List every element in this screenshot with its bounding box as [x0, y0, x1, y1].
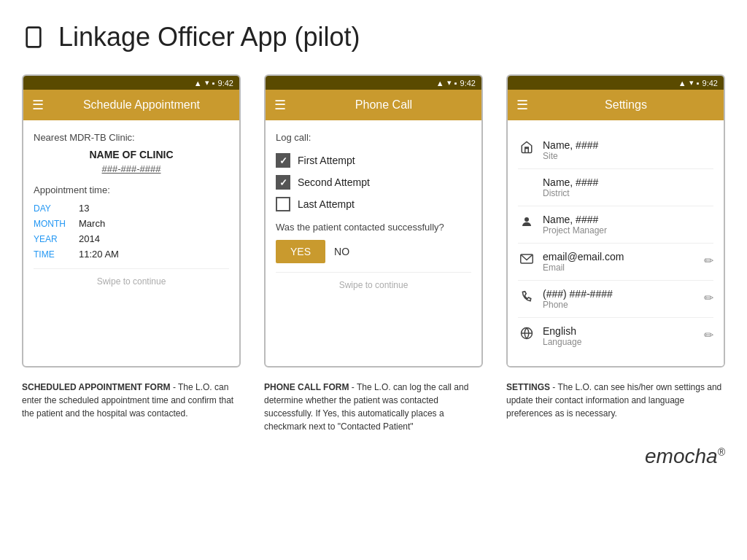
hamburger-icon-2[interactable]: ☰ [274, 97, 286, 113]
checkbox-second-attempt-label: Second Attempt [298, 176, 370, 188]
appt-month-value: March [79, 218, 105, 229]
settings-row-language: English Language ✏ [518, 318, 713, 354]
settings-language-label: Language [543, 337, 697, 347]
checkbox-second-attempt[interactable]: Second Attempt [276, 175, 471, 190]
screens-row: ▲ ▾ ▪ 9:42 ☰ Schedule Appointment Neares… [22, 74, 725, 368]
wifi-icon-2: ▾ [447, 78, 452, 88]
appt-time-label: TIME [34, 249, 70, 260]
signal-icon-2: ▲ [436, 79, 444, 88]
checkbox-last-attempt[interactable]: Last Attempt [276, 197, 471, 211]
svg-rect-0 [27, 28, 41, 47]
settings-pm-label: Project Manager [543, 225, 713, 236]
log-call-label: Log call: [276, 132, 471, 143]
settings-screen: ▲ ▾ ▪ 9:42 ☰ Settings [506, 74, 725, 368]
wifi-icon-3: ▾ [689, 78, 694, 88]
phone-call-screen: ▲ ▾ ▪ 9:42 ☰ Phone Call Log call: First … [264, 74, 483, 368]
settings-district-text: Name, #### District [543, 176, 713, 198]
battery-icon-3: ▪ [697, 79, 700, 88]
settings-district-value: Name, #### [543, 176, 713, 188]
clinic-phone: ###-###-#### [34, 163, 229, 174]
globe-icon [518, 327, 535, 343]
signal-icon: ▲ [194, 79, 202, 88]
edit-phone-icon[interactable]: ✏ [704, 291, 713, 305]
swipe-hint-1[interactable]: Swipe to continue [34, 268, 229, 289]
hamburger-icon-1[interactable]: ☰ [32, 97, 44, 113]
appt-year-label: YEAR [34, 234, 70, 244]
checkbox-first-attempt-label: First Attempt [298, 155, 355, 166]
settings-row-pm: Name, #### Project Manager [518, 206, 713, 244]
settings-language-text: English Language [543, 325, 697, 347]
appt-row-day: DAY 13 [34, 203, 229, 214]
appt-label: Appointment time: [34, 184, 229, 195]
settings-site-label: Site [543, 151, 713, 161]
emocha-logo: emocha® [645, 445, 725, 467]
appt-row-time: TIME 11:20 AM [34, 249, 229, 260]
time-1: 9:42 [218, 79, 233, 88]
phone-mockup-1: ▲ ▾ ▪ 9:42 ☰ Schedule Appointment Neares… [22, 74, 241, 368]
checkbox-last-attempt-box[interactable] [276, 197, 290, 211]
clinic-label: Nearest MDR-TB Clinic: [34, 132, 229, 143]
settings-row-site: Name, #### Site [518, 132, 713, 169]
contact-question: Was the patient contacted successfully? [276, 222, 471, 233]
edit-email-icon[interactable]: ✏ [704, 254, 713, 268]
desc-phonecall-title: PHONE CALL FORM [264, 382, 349, 392]
phone-icon [518, 289, 535, 306]
hamburger-icon-3[interactable]: ☰ [516, 97, 528, 113]
svg-rect-2 [525, 147, 529, 149]
checkbox-second-attempt-box[interactable] [276, 175, 290, 190]
settings-phone-label: Phone [543, 300, 697, 310]
schedule-content: Nearest MDR-TB Clinic: NAME OF CLINIC ##… [23, 120, 239, 301]
settings-pm-text: Name, #### Project Manager [543, 214, 713, 236]
appt-row-month: MONTH March [34, 218, 229, 229]
appt-row-year: YEAR 2014 [34, 233, 229, 244]
battery-icon: ▪ [212, 79, 215, 88]
settings-row-district: Name, #### District [518, 169, 713, 206]
desc-schedule: SCHEDULED APPOINTMENT FORM - The L.O. ca… [22, 381, 241, 433]
status-bar-2: ▲ ▾ ▪ 9:42 [266, 76, 481, 90]
time-3: 9:42 [703, 79, 718, 88]
page-header: Linkage Officer App (pilot) [22, 22, 725, 52]
emocha-trademark: ® [718, 446, 725, 458]
settings-language-value: English [543, 325, 697, 337]
app-bar-2: ☰ Phone Call [266, 90, 481, 120]
desc-settings-title: SETTINGS [506, 382, 550, 392]
settings-phone-text: (###) ###-#### Phone [543, 288, 697, 310]
phone-mockup-3: ▲ ▾ ▪ 9:42 ☰ Settings [506, 74, 725, 368]
app-bar-title-2: Phone Call [295, 98, 473, 112]
app-bar-title-1: Schedule Appointment [53, 98, 231, 112]
checkbox-first-attempt-box[interactable] [276, 153, 290, 168]
settings-content: Name, #### Site Name, #### District [508, 120, 724, 366]
edit-language-icon[interactable]: ✏ [704, 328, 713, 342]
settings-row-phone: (###) ###-#### Phone ✏ [518, 281, 713, 318]
signal-icon-3: ▲ [678, 79, 686, 88]
appt-month-label: MONTH [34, 219, 70, 229]
settings-row-email: email@email.com Email ✏ [518, 244, 713, 281]
settings-site-value: Name, #### [543, 139, 713, 151]
yes-button[interactable]: YES [276, 240, 325, 263]
no-button[interactable]: NO [334, 246, 349, 257]
settings-email-label: Email [543, 262, 697, 273]
desc-schedule-title: SCHEDULED APPOINTMENT FORM [22, 382, 171, 392]
checkbox-last-attempt-label: Last Attempt [298, 198, 355, 210]
desc-phonecall: PHONE CALL FORM - The L.O. can log the c… [264, 381, 483, 433]
swipe-hint-2[interactable]: Swipe to continue [276, 272, 471, 293]
emocha-name: emocha [645, 445, 718, 467]
yes-no-row: YES NO [276, 240, 471, 263]
desc-settings: SETTINGS - The L.O. can see his/her own … [506, 381, 725, 433]
wifi-icon: ▾ [205, 78, 209, 88]
settings-site-text: Name, #### Site [543, 139, 713, 161]
checkbox-first-attempt[interactable]: First Attempt [276, 153, 471, 168]
appt-time-value: 11:20 AM [79, 249, 119, 260]
branding: emocha® [22, 445, 725, 468]
status-bar-1: ▲ ▾ ▪ 9:42 [23, 76, 239, 90]
status-bar-3: ▲ ▾ ▪ 9:42 [508, 76, 724, 90]
home-icon [518, 141, 535, 158]
descriptions-row: SCHEDULED APPOINTMENT FORM - The L.O. ca… [22, 381, 725, 433]
page-title: Linkage Officer App (pilot) [58, 22, 360, 52]
app-bar-title-3: Settings [537, 98, 715, 112]
schedule-appointment-screen: ▲ ▾ ▪ 9:42 ☰ Schedule Appointment Neares… [22, 74, 241, 368]
settings-phone-value: (###) ###-#### [543, 288, 697, 300]
phone-mockup-2: ▲ ▾ ▪ 9:42 ☰ Phone Call Log call: First … [264, 74, 483, 368]
settings-email-text: email@email.com Email [543, 251, 697, 273]
appt-day-value: 13 [79, 203, 89, 214]
